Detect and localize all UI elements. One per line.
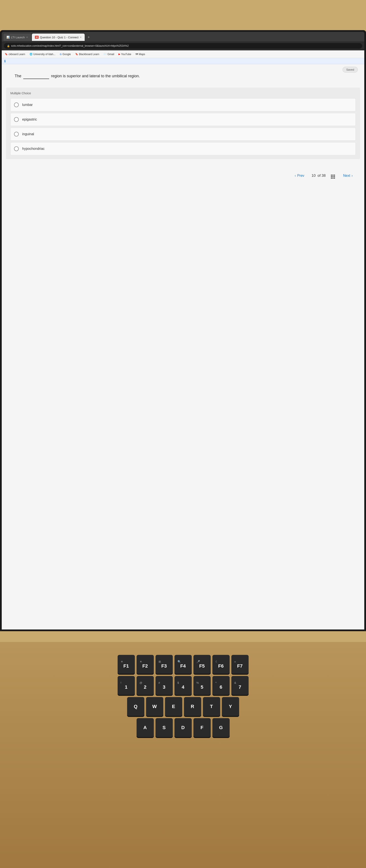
bookmark-gmail-icon: ✉️ [104,53,107,56]
bookmark-google-label: Google [62,53,71,56]
tab-q10-icon: M [35,36,38,39]
url-bar-area: 🔒 ezto.mheducation.com/ext/map/index.htm… [2,41,364,51]
key-5[interactable]: % 5 [193,676,211,695]
key-q[interactable]: Q [127,697,144,716]
new-tab-button[interactable]: + [86,34,91,40]
next-label: Next [343,174,350,178]
bookmark-gmail-label: Gmail [108,53,114,56]
laptop-frame: 📊 LTI Launch ✕ M Question 10 - Quiz 1 - … [0,0,366,868]
tab-lti-launch[interactable]: 📊 LTI Launch ✕ [3,34,31,41]
key-w[interactable]: W [146,697,163,716]
nav-footer: ‹ Prev 10 of 38 [2,168,364,184]
tab-lti-close[interactable]: ✕ [26,36,28,39]
prev-label: Prev [297,174,304,178]
next-arrow: › [351,174,353,178]
bookmark-blackboard-label: ckboard Learn [9,53,25,56]
bookmark-maps[interactable]: 🗺 Maps [135,52,146,56]
fn-key-row: ☀ F1 ☀ F2 ⊞ F3 🔍 F4 🎤 F5 ☾ F6 [118,655,249,674]
bookmark-youtube-icon: ▶ [118,53,120,56]
keyboard-area: ☀ F1 ☀ F2 ⊞ F3 🔍 F4 🎤 F5 ☾ F6 [0,642,366,868]
key-f7[interactable]: « F7 [231,655,249,674]
key-7[interactable]: & 7 [231,676,249,695]
question-blank [23,73,49,79]
key-6[interactable]: ^ 6 [213,676,230,695]
key-d[interactable]: D [174,718,192,737]
url-bar[interactable]: 🔒 ezto.mheducation.com/ext/map/index.htm… [4,43,362,49]
key-e[interactable]: E [165,697,182,716]
key-f[interactable]: F [193,718,211,737]
bookmark-youtube-label: YouTube [121,53,131,56]
key-3[interactable]: # 3 [156,676,173,695]
bookmark-university-icon: 🌐 [29,53,32,56]
key-f4[interactable]: 🔍 F4 [174,655,192,674]
info-bar: ℹ [2,58,364,64]
choice-inguinal[interactable]: inguinal [10,128,356,141]
key-y[interactable]: Y [222,697,239,716]
bookmark-maps-label: Maps [139,53,145,56]
prev-button[interactable]: ‹ Prev [292,172,307,179]
screen-area: 📊 LTI Launch ✕ M Question 10 - Quiz 1 - … [0,30,366,631]
key-s[interactable]: S [156,718,173,737]
tab-q10-label: Question 10 - Quiz 1 - Connect [40,36,78,39]
choices-container: Multiple Choice lumbar epigastric [6,88,360,159]
question-suffix: region is superior and lateral to the um… [51,74,140,78]
bookmark-maps-icon: 🗺 [136,53,138,56]
key-f6[interactable]: ☾ F6 [213,655,230,674]
key-2[interactable]: @ 2 [137,676,154,695]
bookmark-google[interactable]: G Google [59,52,72,56]
key-f5[interactable]: 🎤 F5 [193,655,211,674]
bookmark-blackboard-learn[interactable]: 🔖 ckboard Learn [4,52,26,56]
bookmark-university-idaho[interactable]: 🌐 University of Idah... [29,52,56,56]
choice-inguinal-label: inguinal [22,132,34,136]
saved-badge: Saved [342,67,358,72]
bookmark-youtube[interactable]: ▶ YouTube [118,52,132,56]
bookmark-gmail[interactable]: ✉️ Gmail [103,52,115,56]
key-f2[interactable]: ☀ F2 [137,655,154,674]
bookmark-google-icon: G [60,53,62,56]
url-text: ezto.mheducation.com/ext/map/index.html?… [11,44,129,48]
key-4[interactable]: $ 4 [174,676,192,695]
key-f3[interactable]: ⊞ F3 [156,655,173,674]
tab-lti-label: LTI Launch [11,36,25,39]
radio-hypochondriac[interactable] [14,146,19,151]
asdf-row: A S D F G [137,718,230,737]
next-button[interactable]: Next › [340,172,356,179]
key-g[interactable]: G [213,718,230,737]
bookmark-bb2-icon: 🔖 [75,53,78,56]
choice-lumbar[interactable]: lumbar [10,98,356,111]
question-container: The region is superior and lateral to th… [2,68,196,88]
radio-epigastric[interactable] [14,117,19,122]
info-icon: ℹ [4,59,5,63]
key-1[interactable]: ! 1 [118,676,135,695]
key-f1[interactable]: ☀ F1 [118,655,135,674]
choice-hypochondriac-label: hypochondriac [22,147,45,151]
radio-lumbar[interactable] [14,102,19,107]
question-text: The region is superior and lateral to th… [15,73,187,79]
choice-lumbar-label: lumbar [22,103,33,107]
saved-label: Saved [346,68,354,71]
lock-icon: 🔒 [7,44,10,48]
radio-inguinal[interactable] [14,132,19,136]
tab-bar: 📊 LTI Launch ✕ M Question 10 - Quiz 1 - … [2,32,364,41]
page-content: Saved The region is superior and lateral… [2,64,364,629]
key-t[interactable]: T [203,697,220,716]
bookmark-bb2-label: Blackboard Learn [79,53,99,56]
bookmark-blackboard-learn2[interactable]: 🔖 Blackboard Learn [74,52,100,56]
qwerty-row: Q W E R T Y [127,697,239,716]
prev-arrow: ‹ [295,174,296,178]
bookmark-blackboard-icon: 🔖 [5,53,8,56]
key-a[interactable]: A [137,718,154,737]
choice-epigastric-label: epigastric [22,118,37,121]
grid-view-icon[interactable] [330,173,336,179]
question-counter: 10 of 38 [311,174,326,178]
key-r[interactable]: R [184,697,201,716]
choice-hypochondriac[interactable]: hypochondriac [10,142,356,155]
question-current: 10 [311,174,316,178]
tab-q10-close[interactable]: ✕ [80,36,82,39]
choice-epigastric[interactable]: epigastric [10,113,356,126]
number-key-row: ! 1 @ 2 # 3 $ 4 % 5 ^ 6 [118,676,249,695]
tab-question-10[interactable]: M Question 10 - Quiz 1 - Connect ✕ [32,34,85,41]
bookmarks-bar: 🔖 ckboard Learn 🌐 University of Idah... … [2,51,364,58]
bookmark-university-label: University of Idah... [33,53,56,56]
browser-chrome: 📊 LTI Launch ✕ M Question 10 - Quiz 1 - … [2,32,364,629]
